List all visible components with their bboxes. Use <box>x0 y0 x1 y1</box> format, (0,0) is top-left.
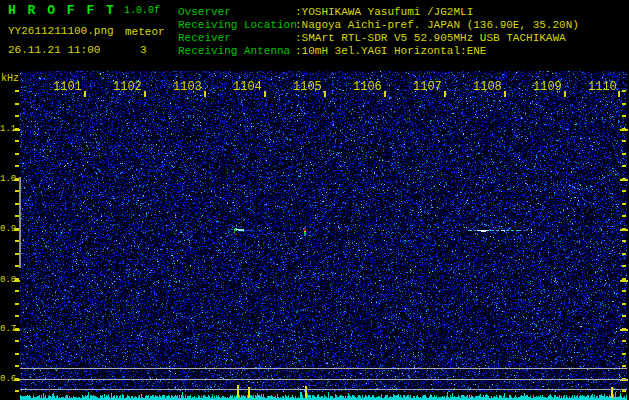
freq-minor-tick <box>15 128 19 130</box>
app-version: 1.0.0f <box>124 5 160 16</box>
freq-minor-tick-right <box>622 253 626 255</box>
freq-minor-tick-right <box>622 178 626 180</box>
reference-line-3 <box>20 389 627 390</box>
info-label-2: Receiver <box>178 32 231 44</box>
freq-minor-tick-right <box>622 240 626 242</box>
freq-minor-tick <box>15 165 19 167</box>
reference-line-2 <box>20 379 627 380</box>
freq-minor-tick-right <box>622 203 626 205</box>
freq-minor-tick <box>15 140 19 142</box>
freq-tick-label-0.6: 0.6 <box>0 374 14 384</box>
freq-minor-tick <box>15 115 19 117</box>
freq-minor-tick-right <box>622 190 626 192</box>
time-tick <box>618 91 620 97</box>
freq-minor-tick <box>15 90 19 92</box>
freq-tick-label-1.0: 1.0 <box>0 174 14 184</box>
time-tick <box>444 91 446 97</box>
freq-minor-tick-right <box>622 128 626 130</box>
info-value-3: :10mH 3el.YAGI Horizontal:ENE <box>295 45 486 57</box>
freq-tick-label-0.7: 0.7 <box>0 324 14 334</box>
freq-minor-tick-right <box>622 115 626 117</box>
time-tick-label-1108: 1108 <box>473 80 502 94</box>
freq-minor-tick-right <box>622 390 626 392</box>
time-tick-label-1101: 1101 <box>53 80 82 94</box>
freq-major-tick <box>14 280 20 282</box>
freq-minor-tick <box>15 303 19 305</box>
level-scale-bar <box>19 177 21 268</box>
freq-tick-label-1.1: 1.1 <box>0 124 14 134</box>
freq-minor-tick <box>15 315 19 317</box>
freq-minor-tick-right <box>622 340 626 342</box>
freq-minor-tick-right <box>622 278 626 280</box>
freq-minor-tick <box>15 328 19 330</box>
freq-minor-tick-right <box>622 365 626 367</box>
time-tick-label-1102: 1102 <box>113 80 142 94</box>
freq-minor-tick <box>15 103 19 105</box>
freq-tick-label-0.8: 0.8 <box>0 275 14 285</box>
time-tick-label-1109: 1109 <box>533 80 562 94</box>
hrofft-screen: H R O F F T 1.0.0f YY2611211100.png mete… <box>0 0 629 400</box>
time-tick-label-1103: 1103 <box>173 80 202 94</box>
freq-minor-tick-right <box>622 90 626 92</box>
time-tick-label-1104: 1104 <box>233 80 262 94</box>
time-tick-label-1107: 1107 <box>413 80 442 94</box>
time-tick <box>564 91 566 97</box>
time-tick-label-1110: 1110 <box>588 80 617 94</box>
freq-minor-tick-right <box>622 103 626 105</box>
app-title: H R O F F T <box>8 3 116 18</box>
freq-minor-tick <box>15 353 19 355</box>
info-value-1: :Nagoya Aichi-pref. JAPAN (136.90E, 35.2… <box>295 19 579 31</box>
time-tick <box>324 91 326 97</box>
info-value-0: :YOSHIKAWA Yasufumi /JG2MLI <box>295 6 473 18</box>
freq-minor-tick <box>15 390 19 392</box>
freq-minor-tick-right <box>622 265 626 267</box>
time-tick <box>264 91 266 97</box>
time-tick <box>204 91 206 97</box>
reference-line-1 <box>20 368 627 369</box>
freq-minor-tick-right <box>622 328 626 330</box>
observation-timestamp: 26.11.21 11:00 <box>8 44 100 56</box>
time-tick-label-1106: 1106 <box>353 80 382 94</box>
freq-minor-tick <box>15 340 19 342</box>
spectrogram-canvas <box>20 70 627 400</box>
meteor-count: 3 <box>140 44 147 56</box>
time-tick <box>84 91 86 97</box>
freq-minor-tick-right <box>622 315 626 317</box>
freq-minor-tick-right <box>622 290 626 292</box>
info-value-2: :SMArt RTL-SDR V5 52.905MHz USB TACHIKAW… <box>295 32 566 44</box>
time-tick <box>384 91 386 97</box>
time-tick-label-1105: 1105 <box>293 80 322 94</box>
freq-minor-tick-right <box>622 228 626 230</box>
freq-minor-tick <box>15 290 19 292</box>
freq-minor-tick <box>15 365 19 367</box>
freq-minor-tick <box>15 378 19 380</box>
freq-tick-label-0.9: 0.9 <box>0 224 14 234</box>
freq-minor-tick-right <box>622 353 626 355</box>
output-filename: YY2611211100.png <box>8 25 114 37</box>
info-label-1: Receiving Location <box>178 19 297 31</box>
mode-label: meteor <box>125 26 165 38</box>
freq-minor-tick-right <box>622 165 626 167</box>
time-tick <box>144 91 146 97</box>
freq-minor-tick <box>15 278 19 280</box>
freq-minor-tick-right <box>622 303 626 305</box>
time-tick <box>504 91 506 97</box>
freq-minor-tick <box>15 153 19 155</box>
freq-minor-tick-right <box>622 140 626 142</box>
info-label-0: Ovserver <box>178 6 231 18</box>
info-label-3: Receiving Antenna <box>178 45 290 57</box>
freq-major-tick-right <box>620 280 628 282</box>
freq-minor-tick-right <box>622 153 626 155</box>
freq-minor-tick-right <box>622 215 626 217</box>
freq-axis-unit: kHz <box>1 73 19 84</box>
